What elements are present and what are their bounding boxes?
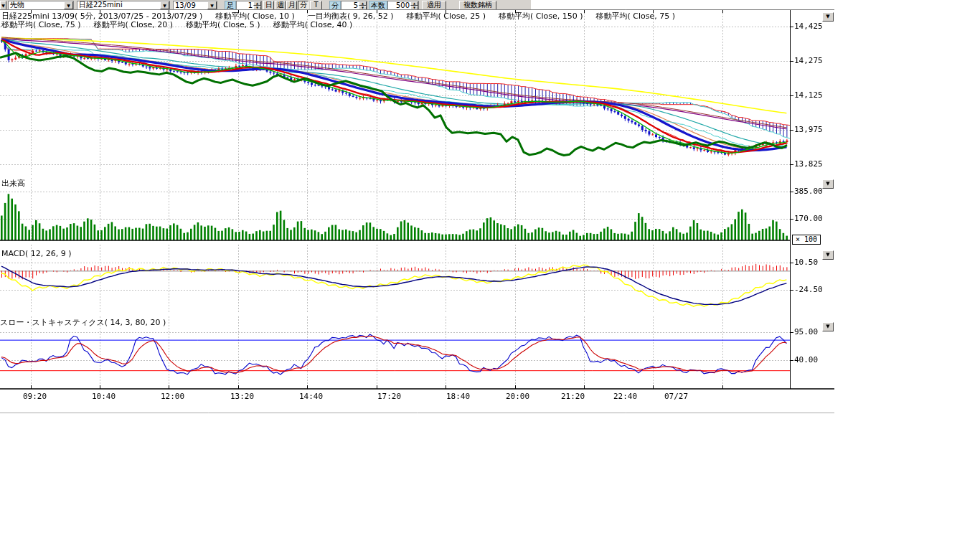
legend-item: 移動平均( Close, 75 )	[1, 19, 81, 30]
legend-item: 移動平均( Close, 20 )	[94, 19, 174, 30]
y-axis-tick-label: 13,825	[794, 159, 823, 169]
x-axis-time-label: 10:40	[92, 392, 116, 401]
stoch-panel-indicator-dropdown[interactable]: ▼	[822, 322, 834, 331]
macd-panel-indicator-dropdown[interactable]: ▼	[822, 250, 834, 260]
x-axis-time-label: 22:40	[613, 392, 637, 401]
macd-panel-title: MACD( 12, 26, 9 )	[1, 249, 72, 258]
y-axis-tick-label: 95.00	[794, 327, 818, 336]
volume-panel-indicator-dropdown[interactable]: ▼	[822, 179, 834, 189]
y-axis-tick-label: 13,975	[794, 125, 823, 134]
legend-item: 移動平均( Close, 150 )	[499, 11, 583, 22]
x-axis-time-label: 18:40	[446, 392, 470, 401]
chart-application-window: ▼ 先物 ▼ 日経225mini ▼ 13/09 ▼ 足 1 ▲▼ 日 週 月 …	[0, 0, 834, 414]
y-axis-tick-label: 40.00	[794, 355, 818, 364]
legend-item: 移動平均( Close, 40 )	[273, 19, 353, 30]
y-axis-tick-label: 14,425	[794, 22, 823, 31]
y-axis-tick-label: 10.50	[794, 258, 818, 267]
volume-panel-title: 出来高	[1, 178, 25, 189]
legend-item: 移動平均( Close, 25 )	[406, 11, 486, 22]
price-legend-row2: 移動平均( Close, 75 )移動平均( Close, 20 )移動平均( …	[1, 19, 352, 30]
y-axis-tick-label: -24.50	[794, 285, 823, 294]
x-axis-time-label: 17:20	[377, 392, 401, 401]
y-axis-tick-label: 170.00	[794, 214, 823, 223]
x-axis-time-label: 12:00	[161, 392, 184, 401]
price-panel-indicator-dropdown[interactable]: ▼	[822, 12, 834, 22]
volume-unit-badge: × 100	[792, 235, 821, 245]
y-axis-tick-label: 385.00	[794, 187, 823, 196]
x-axis-time-label: 21:20	[561, 392, 585, 401]
chart-canvas[interactable]	[0, 0, 834, 414]
legend-item: 移動平均( Close, 5 )	[186, 19, 260, 30]
y-axis-tick-label: 14,125	[794, 90, 823, 100]
x-axis-time-label: 09:20	[23, 392, 47, 401]
x-axis-time-label: 20:00	[506, 392, 529, 401]
chart-area: 日経225mini 13/09( 5分, 2013/07/25 - 2013/0…	[0, 0, 834, 414]
y-axis-tick-label: 14,275	[794, 56, 823, 65]
x-axis-time-label: 07/27	[664, 392, 688, 401]
x-axis-time-label: 14:40	[299, 392, 323, 401]
x-axis-time-label: 13:20	[230, 392, 254, 401]
legend-item: 移動平均( Close, 75 )	[596, 11, 676, 22]
stochastics-panel-title: スロー・ストキャスティクス( 14, 3, 80, 20 )	[0, 317, 166, 328]
